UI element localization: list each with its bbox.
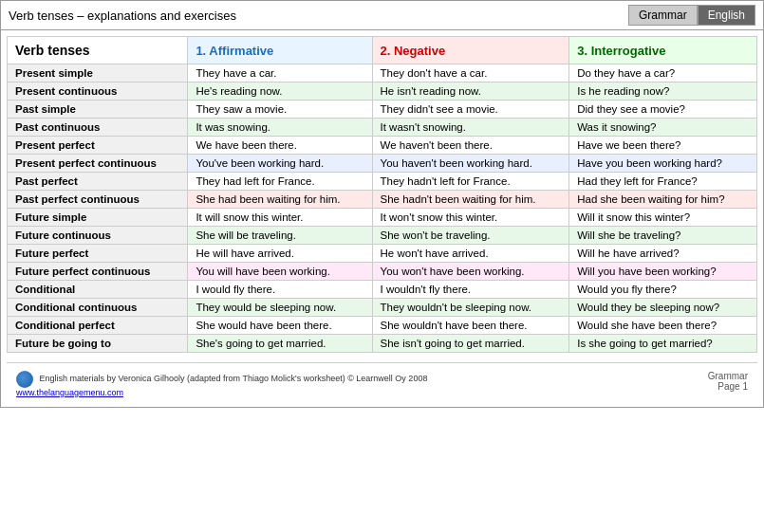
- english-badge: English: [698, 5, 755, 26]
- affirmative-cell: I would fly there.: [188, 281, 372, 299]
- affirmative-cell: She had been waiting for him.: [188, 191, 372, 209]
- footer-credit: English materials by Veronica Gilhooly (…: [40, 374, 428, 383]
- globe-icon: [16, 371, 33, 388]
- affirmative-cell: She would have been there.: [188, 317, 372, 335]
- table-row: Past perfectThey had left for France.The…: [8, 173, 757, 191]
- table-row: Past perfect continuousShe had been wait…: [8, 191, 757, 209]
- tense-label: Past continuous: [8, 119, 188, 137]
- interrogative-cell: Will it snow this winter?: [569, 209, 757, 227]
- table-row: Past simpleThey saw a movie.They didn't …: [8, 101, 757, 119]
- footer-url[interactable]: www.thelanguagemenu.com: [16, 388, 123, 397]
- footer: English materials by Veronica Gilhooly (…: [7, 362, 757, 401]
- tense-label: Future perfect continuous: [8, 263, 188, 281]
- tense-label: Future perfect: [8, 245, 188, 263]
- affirmative-cell: They had left for France.: [188, 173, 372, 191]
- interrogative-cell: Have you been working hard?: [569, 155, 757, 173]
- verb-tenses-table: Verb tenses 1. Affirmative 2. Negative 3…: [7, 36, 757, 353]
- interrogative-cell: Have we been there?: [569, 137, 757, 155]
- negative-cell: You won't have been working.: [372, 263, 569, 281]
- affirmative-cell: He's reading now.: [188, 83, 372, 101]
- affirmative-cell: It was snowing.: [188, 119, 372, 137]
- tense-label: Future continuous: [8, 227, 188, 245]
- negative-cell: It wasn't snowing.: [372, 119, 569, 137]
- table-row: Future continuousShe will be traveling.S…: [8, 227, 757, 245]
- interrogative-cell: Did they see a movie?: [569, 101, 757, 119]
- affirmative-cell: They saw a movie.: [188, 101, 372, 119]
- negative-cell: She won't be traveling.: [372, 227, 569, 245]
- affirmative-cell: You've been working hard.: [188, 155, 372, 173]
- col-tenses-header: Verb tenses: [8, 37, 188, 64]
- negative-cell: We haven't been there.: [372, 137, 569, 155]
- negative-cell: She wouldn't have been there.: [372, 317, 569, 335]
- negative-cell: I wouldn't fly there.: [372, 281, 569, 299]
- footer-page-number: Page 1: [717, 381, 748, 392]
- negative-cell: They wouldn't be sleeping now.: [372, 299, 569, 317]
- negative-cell: He won't have arrived.: [372, 245, 569, 263]
- col-negative-header: 2. Negative: [372, 37, 569, 64]
- interrogative-cell: Will you have been working?: [569, 263, 757, 281]
- table-row: Present perfectWe have been there.We hav…: [8, 137, 757, 155]
- negative-cell: They didn't see a movie.: [372, 101, 569, 119]
- interrogative-cell: Will he have arrived?: [569, 245, 757, 263]
- table-row: Future perfect continuousYou will have b…: [8, 263, 757, 281]
- tense-label: Conditional perfect: [8, 317, 188, 335]
- footer-left: English materials by Veronica Gilhooly (…: [16, 371, 427, 397]
- footer-right: Grammar Page 1: [708, 371, 748, 392]
- affirmative-cell: We have been there.: [188, 137, 372, 155]
- main-content: Verb tenses 1. Affirmative 2. Negative 3…: [0, 30, 764, 408]
- tense-label: Conditional continuous: [8, 299, 188, 317]
- interrogative-cell: Would you fly there?: [569, 281, 757, 299]
- col-interrogative-header: 3. Interrogative: [569, 37, 757, 64]
- table-row: Conditional continuousThey would be slee…: [8, 299, 757, 317]
- negative-cell: It won't snow this winter.: [372, 209, 569, 227]
- interrogative-cell: Had she been waiting for him?: [569, 191, 757, 209]
- interrogative-cell: Had they left for France?: [569, 173, 757, 191]
- top-header: Verb tenses – explanations and exercises…: [0, 0, 764, 30]
- table-row: Present perfect continuousYou've been wo…: [8, 155, 757, 173]
- affirmative-cell: They would be sleeping now.: [188, 299, 372, 317]
- table-row: Future be going toShe's going to get mar…: [8, 335, 757, 353]
- grammar-badge: Grammar: [628, 5, 698, 26]
- negative-cell: You haven't been working hard.: [372, 155, 569, 173]
- tense-label: Present simple: [8, 64, 188, 83]
- tense-label: Present continuous: [8, 83, 188, 101]
- interrogative-cell: Will she be traveling?: [569, 227, 757, 245]
- table-row: Future simpleIt will snow this winter.It…: [8, 209, 757, 227]
- tense-label: Past perfect: [8, 173, 188, 191]
- table-row: Future perfectHe will have arrived.He wo…: [8, 245, 757, 263]
- col-affirmative-header: 1. Affirmative: [188, 37, 372, 64]
- table-row: Present continuousHe's reading now.He is…: [8, 83, 757, 101]
- affirmative-cell: It will snow this winter.: [188, 209, 372, 227]
- table-row: Present simpleThey have a car.They don't…: [8, 64, 757, 83]
- affirmative-cell: She will be traveling.: [188, 227, 372, 245]
- affirmative-cell: She's going to get married.: [188, 335, 372, 353]
- affirmative-cell: They have a car.: [188, 64, 372, 83]
- table-row: Conditional perfectShe would have been t…: [8, 317, 757, 335]
- interrogative-cell: Was it snowing?: [569, 119, 757, 137]
- affirmative-cell: You will have been working.: [188, 263, 372, 281]
- table-header-row: Verb tenses 1. Affirmative 2. Negative 3…: [8, 37, 757, 64]
- tense-label: Past simple: [8, 101, 188, 119]
- negative-cell: She hadn't been waiting for him.: [372, 191, 569, 209]
- negative-cell: They don't have a car.: [372, 64, 569, 83]
- tense-label: Present perfect: [8, 137, 188, 155]
- negative-cell: They hadn't left for France.: [372, 173, 569, 191]
- table-row: Past continuousIt was snowing.It wasn't …: [8, 119, 757, 137]
- tense-label: Future simple: [8, 209, 188, 227]
- header-title: Verb tenses – explanations and exercises: [9, 9, 236, 23]
- tense-label: Present perfect continuous: [8, 155, 188, 173]
- interrogative-cell: Would she have been there?: [569, 317, 757, 335]
- negative-cell: He isn't reading now.: [372, 83, 569, 101]
- affirmative-cell: He will have arrived.: [188, 245, 372, 263]
- footer-page-label: Grammar: [708, 371, 748, 381]
- negative-cell: She isn't going to get married.: [372, 335, 569, 353]
- tense-label: Future be going to: [8, 335, 188, 353]
- header-right: Grammar English: [628, 5, 755, 26]
- interrogative-cell: Do they have a car?: [569, 64, 757, 83]
- interrogative-cell: Is she going to get married?: [569, 335, 757, 353]
- tense-label: Past perfect continuous: [8, 191, 188, 209]
- tense-label: Conditional: [8, 281, 188, 299]
- interrogative-cell: Would they be sleeping now?: [569, 299, 757, 317]
- table-row: ConditionalI would fly there.I wouldn't …: [8, 281, 757, 299]
- interrogative-cell: Is he reading now?: [569, 83, 757, 101]
